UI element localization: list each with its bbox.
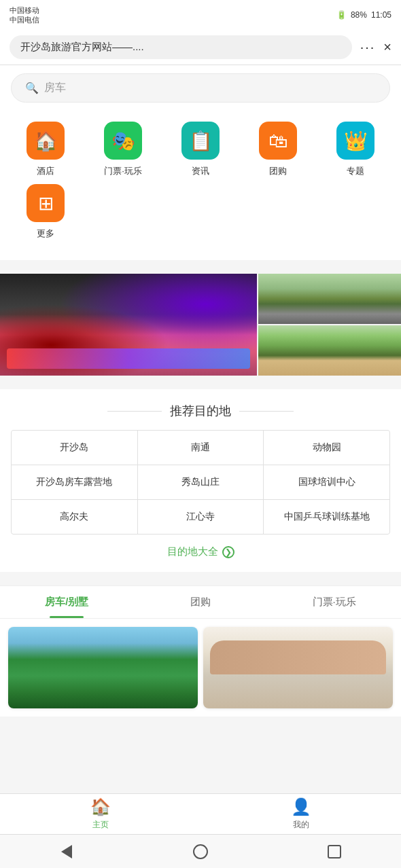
hotel-icon: 🏠 <box>27 122 65 160</box>
browser-menu-icon[interactable]: ··· <box>360 39 376 55</box>
back-button[interactable] <box>57 842 76 861</box>
more-label: 更多 <box>37 228 54 240</box>
dest-link[interactable]: 目的地大全 ❯ <box>167 545 234 558</box>
tickets-icon: 🎭 <box>104 122 142 160</box>
tab-tickets[interactable]: 门票·玩乐 <box>267 586 401 618</box>
card-trees[interactable] <box>8 627 198 708</box>
card-grid <box>0 619 401 717</box>
card-rv-image <box>203 627 393 708</box>
nav-item-special[interactable]: 👑 专题 <box>317 122 394 177</box>
card-rv[interactable] <box>203 627 393 708</box>
gallery-hut-image <box>258 274 401 324</box>
group-label: 团购 <box>269 165 287 177</box>
dest-link-text: 目的地大全 <box>167 545 218 558</box>
tab-rv[interactable]: 房车/别墅 <box>0 586 134 618</box>
dest-zoo[interactable]: 动物园 <box>264 431 389 465</box>
carrier-info: 中国移动 中国电信 <box>10 5 39 25</box>
dest-kaishadao[interactable]: 开沙岛 <box>12 431 137 465</box>
nav-item-hotel[interactable]: 🏠 酒店 <box>7 122 84 177</box>
home-label: 主页 <box>92 819 109 831</box>
dest-ball-center[interactable]: 国球培训中心 <box>264 465 389 499</box>
recommend-title: 推荐目的地 <box>11 403 390 419</box>
battery-icon: 🔋 <box>336 10 347 20</box>
separator-1 <box>0 260 401 267</box>
back-icon <box>61 845 72 858</box>
browser-close-icon[interactable]: × <box>383 39 391 55</box>
search-bar-wrap: 🔍 房车 <box>0 65 401 111</box>
tab-group[interactable]: 团购 <box>134 586 268 618</box>
home-icon: 🏠 <box>90 797 111 816</box>
tabs-section: 房车/别墅 团购 门票·玩乐 <box>0 585 401 717</box>
nav-item-news[interactable]: 📋 资讯 <box>162 122 239 177</box>
hut-image <box>258 274 401 324</box>
gallery-garden-image <box>258 325 401 376</box>
dest-jiangxin[interactable]: 江心寺 <box>138 500 264 534</box>
gallery-main-image <box>0 274 257 376</box>
tickets-label: 门票·玩乐 <box>104 165 142 177</box>
bottom-nav: 🏠 主页 👤 我的 <box>0 793 401 834</box>
search-placeholder: 房车 <box>44 81 66 95</box>
carrier1: 中国移动 <box>10 5 39 15</box>
search-icon: 🔍 <box>25 82 39 94</box>
more-icon: ⊞ <box>27 184 65 222</box>
nav-item-tickets[interactable]: 🎭 门票·玩乐 <box>84 122 162 177</box>
mine-icon: 👤 <box>291 797 311 816</box>
dest-nantong[interactable]: 南通 <box>138 431 264 465</box>
group-icon: 🛍 <box>259 122 297 160</box>
dest-link-wrap: 目的地大全 ❯ <box>11 545 390 558</box>
recents-square-icon <box>328 845 341 858</box>
gallery <box>0 274 401 376</box>
system-nav <box>0 834 401 868</box>
garden-image <box>258 325 401 376</box>
nav-item-more[interactable]: ⊞ 更多 <box>7 184 84 240</box>
dest-link-arrow-icon: ❯ <box>222 546 234 558</box>
separator-2 <box>0 382 401 389</box>
dest-xiudao[interactable]: 秀岛山庄 <box>138 465 264 499</box>
dest-rv-camp[interactable]: 开沙岛房车露营地 <box>12 465 137 499</box>
bottom-nav-home[interactable]: 🏠 主页 <box>0 794 201 834</box>
status-right: 🔋 88% 11:05 <box>336 10 391 20</box>
status-bar: 中国移动 中国电信 🔋 88% 11:05 <box>0 0 401 30</box>
browser-url[interactable]: 开沙岛旅游官方网站——.... <box>10 35 352 59</box>
tabs-row: 房车/别墅 团购 门票·玩乐 <box>0 586 401 619</box>
rv-interior-image <box>0 274 257 376</box>
gallery-side-images <box>258 274 401 376</box>
news-label: 资讯 <box>192 165 209 177</box>
search-bar[interactable]: 🔍 房车 <box>11 73 390 103</box>
news-icon: 📋 <box>181 122 220 160</box>
dest-pingpong[interactable]: 中国乒乓球训练基地 <box>264 500 389 534</box>
home-button[interactable] <box>191 842 210 861</box>
special-icon: 👑 <box>336 122 374 160</box>
browser-bar: 开沙岛旅游官方网站——.... ··· × <box>0 30 401 65</box>
hotel-label: 酒店 <box>37 165 54 177</box>
card-trees-image <box>8 627 198 708</box>
special-label: 专题 <box>347 165 364 177</box>
destination-grid: 开沙岛 南通 动物园 开沙岛房车露营地 秀岛山庄 国球培训中心 高尔夫 江心寺 … <box>11 430 390 535</box>
time: 11:05 <box>371 10 391 20</box>
bottom-nav-mine[interactable]: 👤 我的 <box>201 794 401 834</box>
nav-item-group[interactable]: 🛍 团购 <box>239 122 317 177</box>
nav-icons: 🏠 酒店 🎭 门票·玩乐 📋 资讯 🛍 团购 👑 专题 ⊞ 更多 <box>0 111 401 260</box>
mine-label: 我的 <box>293 819 309 831</box>
recommend-section: 推荐目的地 开沙岛 南通 动物园 开沙岛房车露营地 秀岛山庄 国球培训中心 高尔… <box>0 389 401 572</box>
battery-percent: 88% <box>351 10 367 20</box>
separator-3 <box>0 572 401 579</box>
home-circle-icon <box>193 844 208 859</box>
carrier2: 中国电信 <box>10 15 39 24</box>
recents-button[interactable] <box>325 842 344 861</box>
dest-golf[interactable]: 高尔夫 <box>12 500 137 534</box>
